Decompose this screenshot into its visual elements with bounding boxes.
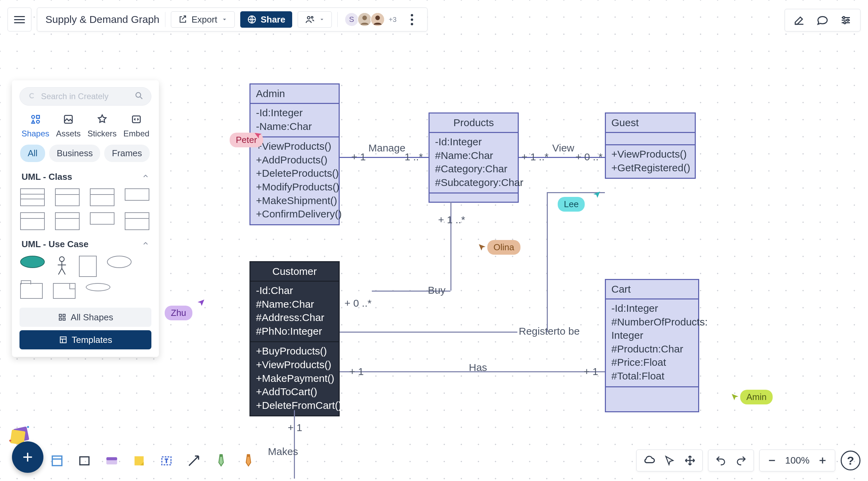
redo-button[interactable] bbox=[734, 453, 749, 468]
shape-boundary[interactable] bbox=[79, 256, 97, 277]
invite-button[interactable] bbox=[298, 11, 332, 28]
zoom-in-button[interactable] bbox=[815, 453, 830, 468]
assets-icon bbox=[62, 112, 75, 126]
svg-point-24 bbox=[27, 426, 29, 428]
collaborator-avatars[interactable]: S +3 bbox=[343, 12, 400, 27]
svg-point-7 bbox=[843, 17, 845, 19]
shape-actor[interactable] bbox=[55, 256, 69, 277]
avatar[interactable]: S bbox=[344, 12, 359, 27]
shape-class-var1[interactable] bbox=[20, 212, 45, 230]
shape-class-var2[interactable] bbox=[55, 212, 80, 230]
comment-icon[interactable] bbox=[816, 13, 829, 27]
svg-rect-33 bbox=[247, 455, 250, 457]
svg-point-1 bbox=[307, 16, 310, 19]
svg-rect-29 bbox=[106, 457, 117, 460]
cursor-peter: Peter bbox=[220, 133, 263, 147]
tab-embed[interactable]: Embed bbox=[123, 112, 149, 138]
globe-icon bbox=[247, 15, 257, 24]
shape-usecase[interactable] bbox=[107, 256, 132, 268]
section-uml-class[interactable]: UML - Class bbox=[17, 168, 154, 186]
tool-frame[interactable] bbox=[48, 452, 66, 470]
svg-point-10 bbox=[136, 93, 141, 97]
uml-admin[interactable]: Admin -Id:Integer -Name:Char +ViewProduc… bbox=[249, 83, 340, 225]
pan-icon[interactable] bbox=[682, 453, 697, 468]
more-menu[interactable] bbox=[405, 11, 419, 28]
edge-mult: + 1 bbox=[584, 366, 598, 377]
zoom-level[interactable]: 100% bbox=[785, 455, 810, 466]
search-input[interactable] bbox=[19, 87, 151, 106]
tab-assets[interactable]: Assets bbox=[56, 112, 81, 138]
help-button[interactable]: ? bbox=[841, 451, 860, 470]
tool-card[interactable] bbox=[103, 452, 121, 470]
undo-button[interactable] bbox=[713, 453, 728, 468]
shape-note[interactable] bbox=[53, 283, 76, 299]
tab-shapes[interactable]: Shapes bbox=[22, 112, 49, 138]
svg-point-16 bbox=[59, 257, 64, 262]
svg-rect-26 bbox=[52, 456, 62, 466]
settings-icon[interactable] bbox=[839, 13, 853, 27]
section-uml-usecase[interactable]: UML - Use Case bbox=[17, 236, 154, 253]
edge-label-makes: Makes bbox=[268, 446, 298, 457]
star-icon bbox=[95, 112, 109, 126]
shape-class-2sec-alt[interactable] bbox=[90, 188, 114, 206]
chevron-up-icon bbox=[142, 239, 149, 250]
filter-business[interactable]: Business bbox=[49, 145, 100, 162]
tool-sticky[interactable] bbox=[130, 452, 148, 470]
embed-icon bbox=[130, 112, 143, 126]
shape-class-2sec[interactable] bbox=[55, 188, 80, 206]
cursor-zhu: Zhu bbox=[165, 306, 202, 320]
shape-ellipse-flat[interactable] bbox=[86, 283, 110, 291]
bottom-right-toolbar: 100% ? bbox=[636, 450, 860, 471]
zoom-out-button[interactable] bbox=[764, 453, 779, 468]
export-button[interactable]: Export bbox=[171, 11, 235, 28]
top-right-toolbar bbox=[785, 9, 860, 31]
uml-customer[interactable]: Customer -Id:Char #Name:Char #Address:Ch… bbox=[249, 261, 340, 416]
avatar[interactable] bbox=[370, 12, 385, 27]
menu-button[interactable] bbox=[8, 8, 31, 31]
document-title[interactable]: Supply & Demand Graph bbox=[45, 14, 160, 25]
shape-class-var3[interactable] bbox=[90, 212, 114, 225]
all-shapes-button[interactable]: All Shapes bbox=[19, 308, 151, 327]
svg-rect-14 bbox=[65, 116, 72, 123]
shape-package[interactable] bbox=[20, 283, 43, 299]
add-button[interactable]: + bbox=[12, 441, 43, 473]
shape-package[interactable] bbox=[125, 212, 149, 230]
svg-rect-17 bbox=[59, 314, 62, 317]
search-icon[interactable] bbox=[134, 91, 144, 102]
tab-stickers[interactable]: Stickers bbox=[87, 112, 117, 138]
people-icon bbox=[305, 14, 315, 25]
tool-text[interactable] bbox=[157, 452, 176, 470]
svg-point-11 bbox=[31, 116, 35, 119]
edge-label-has: Has bbox=[469, 362, 487, 373]
uml-products[interactable]: Products -Id:Integer #Name:Char #Categor… bbox=[429, 112, 519, 203]
svg-rect-15 bbox=[133, 116, 140, 123]
uml-guest[interactable]: Guest +ViewProducts() +GetRegistered() bbox=[605, 112, 696, 179]
chevron-down-icon bbox=[221, 16, 228, 23]
share-button[interactable]: Share bbox=[240, 11, 292, 28]
filter-all[interactable]: All bbox=[20, 145, 45, 162]
svg-rect-19 bbox=[59, 318, 62, 320]
tool-arrow[interactable] bbox=[185, 452, 203, 470]
avatar-overflow[interactable]: +3 bbox=[385, 12, 400, 27]
edge-mult: 1 ..* bbox=[405, 151, 423, 163]
shape-class-3sec[interactable] bbox=[20, 188, 45, 206]
edge-mult: + 0 ..* bbox=[575, 151, 602, 163]
tool-rect[interactable] bbox=[75, 452, 94, 470]
creately-logo-icon bbox=[27, 91, 36, 102]
svg-point-9 bbox=[844, 22, 846, 24]
top-toolbar: Supply & Demand Graph Export Share S +3 bbox=[8, 8, 428, 31]
shapes-icon bbox=[29, 112, 42, 126]
tool-marker[interactable] bbox=[239, 452, 258, 470]
avatar[interactable] bbox=[357, 12, 372, 27]
edit-icon[interactable] bbox=[792, 13, 806, 27]
pointer-icon[interactable] bbox=[662, 453, 677, 468]
templates-button[interactable]: Templates bbox=[19, 330, 151, 349]
tool-highlighter[interactable] bbox=[212, 452, 230, 470]
cloud-sync-icon[interactable] bbox=[641, 453, 656, 468]
cursor-amin: Amin bbox=[731, 390, 773, 404]
filter-frames[interactable]: Frames bbox=[104, 145, 149, 162]
shape-usecase-filled[interactable] bbox=[20, 256, 45, 268]
uml-cart[interactable]: Cart -Id:Integer #NumberOfProducts: Inte… bbox=[605, 279, 699, 412]
svg-rect-21 bbox=[60, 337, 66, 343]
shape-class-simple[interactable] bbox=[125, 188, 149, 201]
